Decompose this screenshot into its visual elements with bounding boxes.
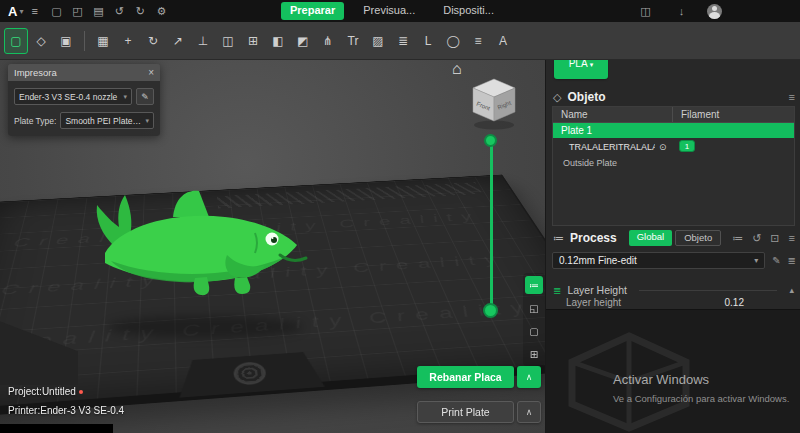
- filter-icon[interactable]: ≔: [732, 232, 743, 245]
- navigation-cube[interactable]: Front Right: [466, 74, 522, 130]
- tab-device[interactable]: Dispositi...: [434, 2, 503, 20]
- tab-preview[interactable]: Previsua...: [354, 2, 424, 20]
- object-table-header: Name Filament: [553, 107, 794, 123]
- redo-icon[interactable]: ↻: [130, 5, 151, 18]
- object-name: TRALALERITRALALA.stl: [553, 142, 655, 152]
- unsaved-indicator: [79, 390, 83, 394]
- process-section-header: ≔ Process Global Objeto ≔ ↺ ⊡ ≡: [553, 229, 795, 247]
- table-row-outside-plate[interactable]: Outside Plate: [553, 155, 794, 170]
- grid-view-button[interactable]: ⊞: [525, 345, 543, 363]
- clone-tool[interactable]: ⊞: [241, 28, 265, 54]
- process-menu-icon[interactable]: ≡: [789, 232, 795, 245]
- select-tool[interactable]: ▢: [4, 28, 28, 54]
- download-icon[interactable]: ↓: [671, 5, 692, 17]
- process-preset-value: 0.12mm Fine-edit: [559, 255, 754, 266]
- frame-button[interactable]: ▢: [525, 322, 543, 340]
- layer-height-group-label: Layer Height: [567, 284, 627, 296]
- windows-activation-subtitle: Ve a Configuración para activar Windows.: [613, 393, 789, 404]
- main-toolbar: ▢ ◇ ▣ ▦ + ↻ ↗ ⊥ ◫ ⊞ ◧ ◩ ⋔ Tr ▨ ≣ L ◯ ≡ A: [0, 22, 800, 60]
- orbit-tool[interactable]: ◇: [29, 28, 53, 54]
- panel-lower-area: Activar Windows Ve a Configuración para …: [546, 309, 800, 433]
- mode-tabs: Preparar Previsua... Dispositi...: [281, 2, 503, 20]
- process-tab-object[interactable]: Objeto: [675, 230, 721, 246]
- support-tool[interactable]: ⋔: [316, 28, 340, 54]
- close-icon[interactable]: ×: [148, 67, 154, 78]
- print-plate-button[interactable]: Print Plate: [417, 401, 514, 423]
- measure-tool[interactable]: L: [416, 28, 440, 54]
- model-shadow: [108, 316, 303, 338]
- chevron-down-icon: ▾: [754, 256, 758, 265]
- taskbar-remnant: [0, 424, 113, 433]
- user-avatar[interactable]: [707, 4, 722, 19]
- process-preset-row: 0.12mm Fine-edit ▾ ✎ ≣: [552, 251, 796, 269]
- plate-type-select[interactable]: Smooth PEI Plate / Hig... ▾: [60, 112, 154, 129]
- object-menu-icon[interactable]: ≡: [789, 91, 795, 103]
- save-preset-icon[interactable]: ⊡: [770, 232, 779, 245]
- param-row-layer-height: Layer height 0.12: [552, 296, 796, 309]
- print-options-caret[interactable]: ∧: [517, 401, 541, 423]
- calibration-icon[interactable]: ◫: [635, 5, 656, 18]
- plate-logo-icon: [233, 361, 268, 385]
- table-row-object[interactable]: TRALALERITRALALA.stl ⊙ 1: [553, 138, 794, 155]
- mirror-tool[interactable]: ◫: [216, 28, 240, 54]
- app-logo[interactable]: A: [8, 4, 17, 19]
- param-value-input[interactable]: 0.12: [717, 296, 752, 309]
- flatten-tool[interactable]: ⊥: [191, 28, 215, 54]
- printer-preset-select[interactable]: Ender-3 V3 SE-0.4 nozzle ▾: [14, 88, 132, 105]
- save-icon[interactable]: ▤: [88, 5, 109, 18]
- tab-prepare[interactable]: Preparar: [281, 2, 344, 20]
- split-tool[interactable]: ◧: [266, 28, 290, 54]
- shark-model[interactable]: [75, 185, 325, 305]
- main-menu-icon[interactable]: ≡: [31, 5, 37, 17]
- paint-tool[interactable]: ◩: [291, 28, 315, 54]
- title-bar: A ▾ ≡ ▢ ◰ ▤ ↺ ↻ ⚙ Preparar Previsua... D…: [0, 0, 800, 22]
- project-label: Project:Untitled: [8, 386, 83, 397]
- edit-printer-button[interactable]: ✎: [136, 88, 154, 105]
- process-tab-global[interactable]: Global: [629, 230, 672, 246]
- slice-plate-button[interactable]: Rebanar Placa: [417, 366, 514, 388]
- printer-panel-header[interactable]: Impresora ×: [8, 64, 160, 81]
- move-tool[interactable]: +: [116, 28, 140, 54]
- slicer-app: A ▾ ≡ ▢ ◰ ▤ ↺ ↻ ⚙ Preparar Previsua... D…: [0, 0, 800, 433]
- layers-tool[interactable]: ≡: [466, 28, 490, 54]
- seam-tool[interactable]: ▨: [366, 28, 390, 54]
- object-section-header: ◇ Objeto ≡: [553, 88, 795, 106]
- height-range-tool[interactable]: ≣: [391, 28, 415, 54]
- clip-slider-handle-top[interactable]: [484, 134, 497, 147]
- column-header-filament: Filament: [673, 109, 719, 120]
- section-view-button[interactable]: ◱: [525, 299, 543, 317]
- table-row-plate[interactable]: Plate 1: [553, 123, 794, 138]
- home-view-icon[interactable]: ⌂: [452, 60, 462, 78]
- font-tool[interactable]: A: [491, 28, 515, 54]
- plate-type-value: Smooth PEI Plate / Hig...: [65, 116, 142, 126]
- new-file-icon[interactable]: ▢: [46, 5, 67, 18]
- params-toggle-button[interactable]: ≔: [525, 276, 543, 294]
- object-tree-table: Name Filament Plate 1 TRALALERITRALALA.s…: [552, 106, 795, 226]
- project-label-text: Project:Untitled: [8, 386, 76, 397]
- printer-panel-body: Ender-3 V3 SE-0.4 nozzle ▾ ✎ Plate Type:…: [8, 81, 160, 136]
- settings-icon[interactable]: ⚙: [151, 5, 172, 18]
- open-folder-icon[interactable]: ◰: [67, 5, 88, 18]
- assembly-tool[interactable]: ▣: [54, 28, 78, 54]
- arrange-tool[interactable]: ▦: [91, 28, 115, 54]
- preset-menu-icon[interactable]: ≣: [788, 255, 796, 266]
- process-preset-select[interactable]: 0.12mm Fine-edit ▾: [552, 252, 765, 269]
- object-filament-badge[interactable]: 1: [679, 140, 695, 152]
- clip-slider-handle-bottom[interactable]: [483, 303, 498, 318]
- scale-tool[interactable]: ↗: [166, 28, 190, 54]
- text-tool[interactable]: Tr: [341, 28, 365, 54]
- printer-preset-value: Ender-3 V3 SE-0.4 nozzle: [19, 92, 120, 102]
- visibility-eye-icon[interactable]: ⊙: [659, 142, 667, 152]
- rotate-tool[interactable]: ↻: [141, 28, 165, 54]
- chevron-down-icon: ▾: [590, 61, 594, 68]
- edit-preset-icon[interactable]: ✎: [772, 255, 780, 266]
- printer-label: Printer:Ender-3 V3 SE-0.4: [8, 405, 124, 416]
- object-cube-icon: ◇: [553, 91, 561, 104]
- face-tool[interactable]: ◯: [441, 28, 465, 54]
- slice-options-caret[interactable]: ∧: [517, 366, 541, 388]
- reset-icon[interactable]: ↺: [752, 232, 761, 245]
- process-scope-toggle: Global Objeto: [629, 230, 721, 246]
- column-header-name: Name: [553, 107, 673, 122]
- process-sliders-icon: ≔: [553, 232, 564, 245]
- undo-icon[interactable]: ↺: [109, 5, 130, 18]
